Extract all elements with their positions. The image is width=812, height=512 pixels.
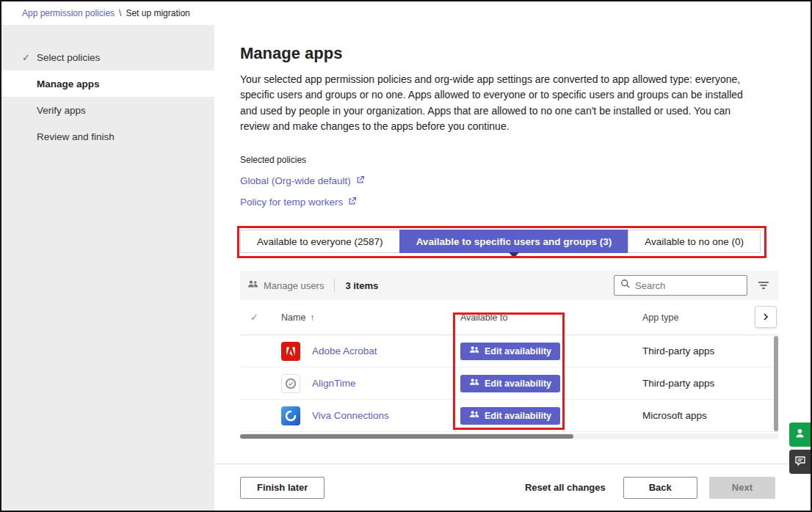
manage-users-button[interactable]: Manage users (247, 279, 324, 292)
app-type-cell: Microsoft apps (638, 410, 778, 421)
horizontal-scrollbar-thumb[interactable] (240, 434, 573, 439)
policy-link-label: Policy for temp workers (240, 197, 343, 208)
apps-table: Manage users 3 items (240, 271, 778, 439)
table-toolbar: Manage users 3 items (240, 271, 778, 300)
people-icon (469, 377, 479, 390)
column-header-available-to[interactable]: Available to (456, 312, 638, 323)
back-button[interactable]: Back (623, 477, 697, 499)
search-box[interactable] (614, 275, 747, 296)
feedback-widget-button[interactable] (789, 450, 811, 474)
selected-policies-label: Selected policies (240, 155, 775, 165)
search-icon (620, 279, 631, 292)
breadcrumb-current: Set up migration (126, 8, 189, 18)
people-icon (247, 279, 258, 292)
app-type-cell: Third-party apps (638, 345, 778, 356)
app-name-link[interactable]: AlignTime (312, 378, 356, 389)
app-window: App permission policies \ Set up migrati… (0, 0, 812, 512)
sidebar-item-label: Verify apps (37, 105, 86, 116)
column-header-name[interactable]: Name (281, 312, 305, 323)
table-row: Adobe Acrobat Edit availability Third-pa… (240, 335, 778, 367)
app-name-link[interactable]: Viva Connections (312, 410, 389, 421)
aligntime-icon (281, 374, 300, 393)
wizard-footer: Finish later Reset all changes Back Next (214, 464, 811, 511)
main-content: Manage apps Your selected app permission… (214, 25, 811, 511)
app-type-cell: Third-party apps (638, 378, 778, 389)
horizontal-scrollbar[interactable] (240, 434, 778, 439)
edit-availability-label: Edit availability (485, 378, 551, 389)
tab-available-to-specific-users[interactable]: Available to specific users and groups (… (399, 230, 628, 253)
people-icon (469, 409, 479, 422)
step-complete-check-icon: ✓ (22, 52, 37, 63)
app-name-link[interactable]: Adobe Acrobat (312, 345, 377, 356)
policy-link-global-default[interactable]: Global (Org-wide default) (240, 175, 365, 186)
vertical-scrollbar-thumb[interactable] (774, 336, 778, 431)
select-all-check-icon[interactable]: ✓ (240, 312, 272, 323)
tab-label: Available to specific users and groups (… (416, 236, 612, 247)
viva-connections-icon (281, 406, 300, 425)
toolbar-divider (334, 279, 335, 292)
table-row: AlignTime Edit availability Third-party … (240, 367, 778, 400)
finish-later-button[interactable]: Finish later (240, 477, 325, 499)
policy-link-label: Global (Org-wide default) (240, 175, 351, 186)
search-input[interactable] (635, 280, 741, 291)
breadcrumb-link-app-permission-policies[interactable]: App permission policies (22, 8, 115, 18)
edit-availability-button[interactable]: Edit availability (460, 343, 560, 360)
breadcrumb-separator: \ (119, 8, 121, 18)
filter-icon[interactable] (758, 280, 769, 290)
wizard-steps-sidebar: ✓ Select policies Manage apps Verify app… (1, 25, 214, 511)
edit-availability-label: Edit availability (485, 411, 551, 421)
policy-link-temp-workers[interactable]: Policy for temp workers (240, 197, 357, 208)
table-row: Viva Connections Edit availability Micro… (240, 400, 778, 432)
adobe-acrobat-icon (281, 342, 300, 361)
sidebar-item-select-policies[interactable]: ✓ Select policies (1, 44, 214, 70)
next-button[interactable]: Next (709, 477, 775, 499)
people-icon (469, 345, 479, 357)
external-link-icon (348, 197, 357, 208)
feedback-bubble-icon (794, 455, 806, 469)
edit-availability-button[interactable]: Edit availability (460, 375, 560, 392)
active-tab-caret (509, 252, 519, 258)
sidebar-item-label: Manage apps (37, 78, 100, 89)
sidebar-item-verify-apps[interactable]: Verify apps (1, 97, 214, 123)
tab-available-to-everyone[interactable]: Available to everyone (2587) (240, 230, 399, 253)
tab-available-to-no-one[interactable]: Available to no one (0) (628, 230, 761, 253)
sidebar-item-label: Select policies (37, 52, 100, 63)
page-title: Manage apps (240, 44, 775, 63)
availability-tabs: Available to everyone (2587) Available t… (240, 230, 761, 253)
scroll-right-button[interactable] (755, 306, 777, 328)
sort-ascending-icon[interactable]: ↑ (310, 312, 314, 323)
edit-availability-label: Edit availability (485, 346, 551, 356)
sidebar-item-manage-apps[interactable]: Manage apps (1, 70, 214, 97)
items-count: 3 items (345, 280, 378, 291)
reset-all-changes-button[interactable]: Reset all changes (519, 482, 612, 493)
manage-users-label: Manage users (264, 280, 324, 291)
assistant-person-icon (794, 428, 805, 442)
breadcrumb: App permission policies \ Set up migrati… (1, 1, 811, 25)
sidebar-item-review-and-finish[interactable]: Review and finish (1, 123, 214, 150)
external-link-icon (356, 175, 365, 186)
page-description: Your selected app permission policies an… (240, 72, 760, 134)
table-header: ✓ Name ↑ Available to App type (240, 300, 778, 335)
sidebar-item-label: Review and finish (37, 131, 115, 142)
edit-availability-button[interactable]: Edit availability (460, 407, 560, 425)
assistant-widget-button[interactable] (789, 423, 811, 447)
